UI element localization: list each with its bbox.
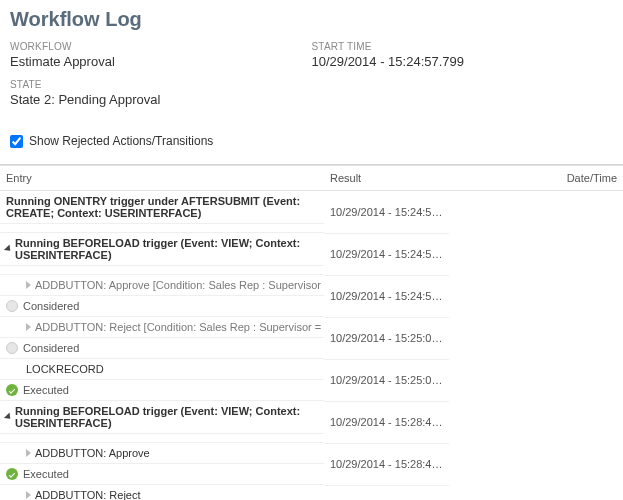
- datetime-cell: 10/29/2014 - 15:24:57.822: [324, 191, 449, 234]
- dot-icon: [6, 300, 18, 312]
- show-rejected-label: Show Rejected Actions/Transitions: [29, 134, 213, 148]
- entry-text: Running ONENTRY trigger under AFTERSUBMI…: [6, 195, 318, 219]
- result-cell: Executed: [0, 380, 324, 401]
- status-label: Executed: [23, 468, 69, 480]
- table-row[interactable]: Running BEFORELOAD trigger (Event: VIEW;…: [0, 401, 623, 443]
- table-row[interactable]: ADDBUTTON: Approve [Condition: Sales Rep…: [0, 275, 623, 317]
- entry-text: ADDBUTTON: Reject: [35, 489, 141, 500]
- starttime-value: 10/29/2014 - 15:24:57.799: [312, 54, 614, 69]
- datetime-cell: 10/29/2014 - 15:25:00.031: [324, 317, 449, 359]
- page-title: Workflow Log: [0, 0, 623, 41]
- result-cell: [0, 224, 324, 233]
- datetime-cell: 10/29/2014 - 15:25:00.059: [324, 359, 449, 401]
- datetime-cell: 10/29/2014 - 15:28:41.234: [324, 401, 449, 443]
- expand-icon[interactable]: [4, 244, 13, 253]
- check-icon: [6, 468, 18, 480]
- entry-cell: ADDBUTTON: Reject [Condition: Sales Rep …: [0, 317, 324, 338]
- table-header-row: Entry Result Date/Time: [0, 166, 623, 191]
- datetime-cell: 10/29/2014 - 15:28:41.247: [324, 443, 449, 485]
- expand-icon[interactable]: [26, 449, 31, 457]
- result-cell: Executed: [0, 464, 324, 485]
- entry-text: ADDBUTTON: Approve: [35, 447, 150, 459]
- datetime-cell: 10/29/2014 - 15:24:59.978: [324, 233, 449, 275]
- entry-cell: ADDBUTTON: Reject: [0, 485, 324, 500]
- show-rejected-row: Show Rejected Actions/Transitions: [0, 129, 623, 164]
- table-row[interactable]: LOCKRECORDExecuted10/29/2014 - 15:25:00.…: [0, 359, 623, 401]
- state-label: STATE: [10, 79, 312, 90]
- result-cell: Considered: [0, 296, 324, 317]
- datetime-cell: 10/29/2014 - 15:28:41.289: [324, 485, 449, 500]
- expand-icon[interactable]: [26, 281, 31, 289]
- table-row[interactable]: ADDBUTTON: Reject [Condition: Sales Rep …: [0, 317, 623, 359]
- workflow-value: Estimate Approval: [10, 54, 312, 69]
- show-rejected-checkbox[interactable]: [10, 135, 23, 148]
- col-datetime[interactable]: Date/Time: [449, 166, 623, 191]
- table-row[interactable]: Running BEFORELOAD trigger (Event: VIEW;…: [0, 233, 623, 275]
- table-row[interactable]: ADDBUTTON: ApproveExecuted10/29/2014 - 1…: [0, 443, 623, 485]
- entry-cell: ADDBUTTON: Approve [Condition: Sales Rep…: [0, 275, 324, 296]
- entry-cell: ADDBUTTON: Approve: [0, 443, 324, 464]
- expand-icon[interactable]: [26, 491, 31, 499]
- entry-text: Running BEFORELOAD trigger (Event: VIEW;…: [15, 405, 318, 429]
- entry-cell: Running BEFORELOAD trigger (Event: VIEW;…: [0, 233, 324, 266]
- dot-icon: [6, 342, 18, 354]
- starttime-label: START TIME: [312, 41, 614, 52]
- entry-cell: Running BEFORELOAD trigger (Event: VIEW;…: [0, 401, 324, 434]
- entry-text: Running BEFORELOAD trigger (Event: VIEW;…: [15, 237, 318, 261]
- status-label: Executed: [23, 384, 69, 396]
- entry-text: LOCKRECORD: [26, 363, 104, 375]
- table-row[interactable]: ADDBUTTON: RejectExecuted10/29/2014 - 15…: [0, 485, 623, 500]
- log-table: Entry Result Date/Time Running ONENTRY t…: [0, 165, 623, 500]
- expand-icon[interactable]: [4, 412, 13, 421]
- datetime-cell: 10/29/2014 - 15:24:59.990: [324, 275, 449, 317]
- status-label: Considered: [23, 300, 79, 312]
- result-cell: [0, 266, 324, 275]
- status-label: Considered: [23, 342, 79, 354]
- entry-cell: LOCKRECORD: [0, 359, 324, 380]
- log-table-wrap: Entry Result Date/Time Running ONENTRY t…: [0, 164, 623, 500]
- col-entry[interactable]: Entry: [0, 166, 324, 191]
- col-result[interactable]: Result: [324, 166, 449, 191]
- state-value: State 2: Pending Approval: [10, 92, 312, 107]
- result-cell: Considered: [0, 338, 324, 359]
- meta-block: WORKFLOW Estimate Approval STATE State 2…: [0, 41, 623, 129]
- table-row[interactable]: Running ONENTRY trigger under AFTERSUBMI…: [0, 191, 623, 234]
- entry-text: ADDBUTTON: Approve [Condition: Sales Rep…: [35, 279, 324, 291]
- result-cell: [0, 434, 324, 443]
- expand-icon[interactable]: [26, 323, 31, 331]
- entry-text: ADDBUTTON: Reject [Condition: Sales Rep …: [35, 321, 324, 333]
- workflow-label: WORKFLOW: [10, 41, 312, 52]
- entry-cell: Running ONENTRY trigger under AFTERSUBMI…: [0, 191, 324, 224]
- check-icon: [6, 384, 18, 396]
